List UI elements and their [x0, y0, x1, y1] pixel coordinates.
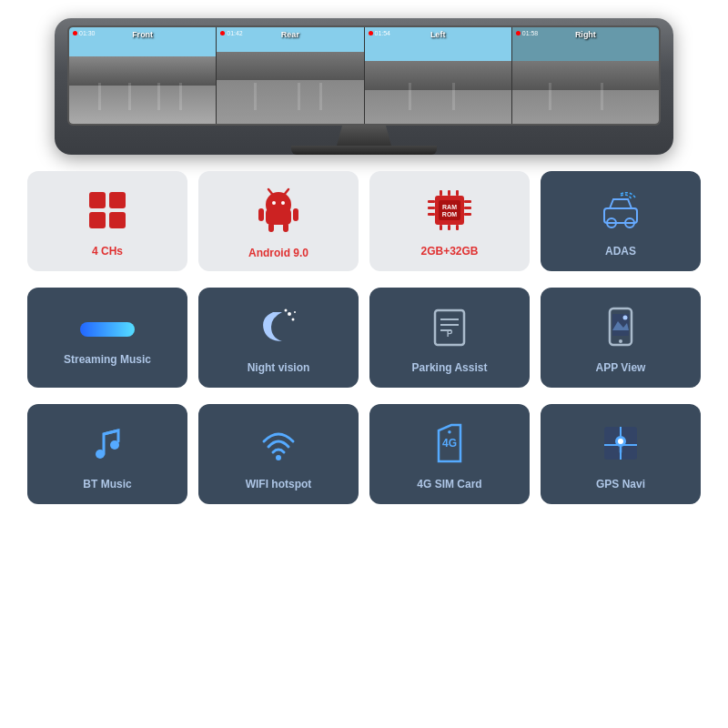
rec-dot-left: [369, 31, 373, 35]
svg-rect-16: [428, 207, 435, 209]
svg-rect-19: [464, 207, 471, 209]
svg-point-46: [619, 339, 622, 343]
rec-dot-front: [73, 31, 77, 35]
svg-text:4G: 4G: [442, 437, 457, 450]
svg-rect-30: [604, 208, 637, 223]
parking-icon: P: [426, 305, 473, 354]
feature-streaming: Streaming Music: [27, 288, 187, 388]
feature-sim: 4G ● 4G SIM Card: [369, 404, 530, 504]
right-rec: 01:58: [516, 30, 539, 36]
gps-icon: [597, 421, 644, 470]
adas-label: ADAS: [605, 245, 636, 258]
right-label: Right: [575, 30, 596, 39]
device-base: [291, 146, 437, 155]
svg-rect-3: [109, 212, 126, 228]
parking-label: Parking Assist: [412, 361, 488, 374]
feature-night: Night vision: [198, 288, 359, 388]
device-stand: [337, 126, 391, 146]
svg-rect-12: [268, 223, 274, 232]
feature-parking: P Parking Assist: [369, 288, 530, 388]
svg-rect-15: [428, 200, 435, 203]
left-time: 01:54: [375, 30, 391, 36]
svg-rect-13: [283, 223, 288, 232]
svg-point-5: [272, 201, 276, 205]
svg-rect-22: [448, 190, 450, 196]
front-rec: 01:30: [73, 30, 96, 36]
feature-ram: RAM ROM 2GB+32GB: [369, 171, 530, 271]
svg-rect-21: [440, 190, 442, 196]
night-label: Night vision: [248, 361, 310, 374]
camera-front: 01:30 Front: [69, 27, 217, 124]
svg-rect-20: [464, 213, 471, 216]
svg-point-45: [623, 316, 628, 320]
sim-label: 4G SIM Card: [417, 478, 481, 490]
svg-text:●: ●: [448, 428, 452, 436]
btmusic-icon: [84, 421, 131, 470]
rear-rec: 01:42: [220, 30, 243, 36]
svg-rect-11: [293, 208, 298, 221]
svg-rect-33: [80, 322, 135, 337]
feature-row-2: Streaming Music Night vision: [27, 288, 701, 388]
rec-dot-rear: [220, 31, 225, 35]
svg-rect-10: [258, 208, 264, 221]
left-label: Left: [430, 30, 446, 39]
svg-rect-0: [89, 192, 106, 208]
front-label: Front: [132, 30, 153, 39]
dashcam-screen: 01:30 Front 01:42 Rear: [67, 25, 661, 126]
svg-point-55: [618, 439, 623, 444]
feature-app: APP View: [541, 288, 701, 388]
4chs-label: 4 CHs: [92, 245, 123, 258]
rear-time: 01:42: [227, 30, 243, 36]
svg-line-49: [104, 430, 118, 434]
app-icon: [597, 305, 644, 354]
svg-rect-26: [456, 225, 459, 230]
adas-icon: [597, 188, 644, 238]
svg-rect-1: [109, 192, 126, 208]
gps-label: GPS Navi: [596, 478, 645, 490]
svg-text:RAM: RAM: [442, 204, 457, 210]
dashcam-device: 01:30 Front 01:42 Rear: [55, 18, 673, 155]
feature-wifi: WIFI hotspot: [198, 404, 359, 504]
front-time: 01:30: [79, 30, 96, 36]
feature-gps: GPS Navi: [541, 404, 701, 504]
4chs-icon: [86, 188, 129, 238]
svg-point-34: [288, 312, 291, 316]
app-label: APP View: [596, 361, 646, 374]
page-container: 01:30 Front 01:42 Rear: [0, 0, 728, 728]
android-icon: [257, 187, 300, 239]
svg-point-35: [285, 309, 288, 312]
wifi-icon: [255, 421, 302, 470]
ram-label: 2GB+32GB: [420, 245, 478, 258]
camera-rear: 01:42 Rear: [217, 27, 364, 124]
svg-rect-38: [435, 310, 464, 345]
left-rec: 01:54: [369, 30, 391, 36]
svg-point-6: [281, 201, 285, 205]
svg-line-7: [268, 189, 272, 194]
camera-right: 01:58 Right: [512, 27, 659, 124]
streaming-icon: [80, 313, 135, 346]
night-icon: [255, 305, 302, 354]
svg-point-50: [276, 455, 281, 460]
feature-row-1: 4 CHs: [27, 171, 701, 271]
camera-left: 01:54 Left: [365, 27, 512, 124]
streaming-label: Streaming Music: [64, 353, 151, 366]
svg-point-37: [294, 311, 296, 313]
rear-label: Rear: [281, 30, 299, 39]
svg-rect-2: [89, 212, 106, 228]
svg-rect-25: [448, 225, 450, 230]
svg-point-47: [96, 450, 105, 459]
feature-adas: ADAS: [541, 171, 701, 271]
btmusic-label: BT Music: [83, 478, 131, 490]
rec-dot-right: [516, 31, 521, 35]
ram-icon: RAM ROM: [426, 188, 473, 238]
feature-android: Android 9.0: [198, 171, 359, 271]
svg-rect-23: [456, 190, 459, 196]
feature-btmusic: BT Music: [27, 404, 187, 504]
svg-rect-17: [428, 213, 435, 216]
svg-text:ROM: ROM: [442, 211, 458, 217]
wifi-label: WIFI hotspot: [246, 478, 312, 490]
svg-text:P: P: [447, 329, 453, 339]
sim-icon: 4G ●: [426, 421, 473, 470]
svg-line-8: [285, 189, 288, 194]
right-time: 01:58: [522, 30, 539, 36]
